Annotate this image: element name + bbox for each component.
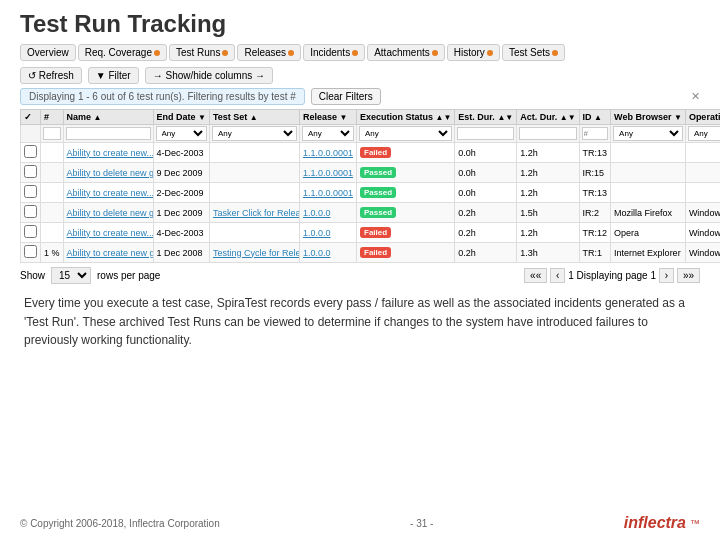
filter-button[interactable]: ▼ Filter xyxy=(88,67,139,84)
toolbar: ↺ Refresh ▼ Filter → Show/hide columns → xyxy=(20,67,700,84)
row-testset-link[interactable]: Tasker Click for Release 1.0 xyxy=(213,208,300,218)
tab-test-runs[interactable]: Test Runs xyxy=(169,44,235,61)
per-page-label: rows per page xyxy=(97,270,160,281)
next-page-button[interactable]: › xyxy=(659,268,674,283)
row-release: 1.0.0.0 xyxy=(299,203,356,223)
filter-test-set[interactable]: Any xyxy=(209,125,299,143)
row-name-link[interactable]: Ability to create new goo... xyxy=(67,248,154,258)
col-num[interactable]: # xyxy=(41,110,64,125)
row-os xyxy=(685,163,720,183)
row-release-link[interactable]: 1.0.0.0 xyxy=(303,208,331,218)
row-os: Windows Server 2003 xyxy=(685,223,720,243)
filter-date-select[interactable]: Any xyxy=(156,126,207,141)
row-checkbox-cell[interactable] xyxy=(21,143,41,163)
tab-attachments[interactable]: Attachments xyxy=(367,44,445,61)
col-test-set[interactable]: Test Set ▲ xyxy=(209,110,299,125)
row-release: 1.1.0.0.0001 xyxy=(299,163,356,183)
row-release-link[interactable]: 1.0.0.0 xyxy=(303,248,331,258)
refresh-button[interactable]: ↺ Refresh xyxy=(20,67,82,84)
filter-os-select[interactable]: Any xyxy=(688,126,720,141)
clear-filters-button[interactable]: Clear Filters xyxy=(311,88,381,105)
filter-testset-select[interactable]: Any xyxy=(212,126,297,141)
col-os[interactable]: Operating System ▲▼ xyxy=(685,110,720,125)
row-checkbox[interactable] xyxy=(24,225,37,238)
tab-req-coverage[interactable]: Req. Coverage xyxy=(78,44,167,61)
col-release[interactable]: Release ▼ xyxy=(299,110,356,125)
filter-est[interactable] xyxy=(455,125,517,143)
filter-os[interactable]: Any xyxy=(685,125,720,143)
tab-releases[interactable]: Releases xyxy=(237,44,301,61)
row-checkbox-cell[interactable] xyxy=(21,183,41,203)
row-name-link[interactable]: Ability to delete new goo... xyxy=(67,168,154,178)
filter-act-input[interactable] xyxy=(519,127,576,140)
row-checkbox-cell[interactable] xyxy=(21,223,41,243)
row-checkbox-cell[interactable] xyxy=(21,163,41,183)
filter-browser[interactable]: Any xyxy=(611,125,686,143)
filter-bar: Displaying 1 - 6 out of 6 test run(s). F… xyxy=(20,88,700,105)
prev-page-button[interactable]: ‹ xyxy=(550,268,565,283)
row-checkbox-cell[interactable] xyxy=(21,243,41,263)
filter-name[interactable] xyxy=(63,125,153,143)
show-hide-button[interactable]: → Show/hide columns → xyxy=(145,67,273,84)
row-name-link[interactable]: Ability to create new... xyxy=(67,188,154,198)
filter-id-input[interactable] xyxy=(582,127,609,140)
row-name-link[interactable]: Ability to create new... xyxy=(67,228,154,238)
filter-num-input[interactable] xyxy=(43,127,61,140)
row-release-link[interactable]: 1.1.0.0.0001 xyxy=(303,148,353,158)
filter-est-input[interactable] xyxy=(457,127,514,140)
col-est-dur[interactable]: Est. Dur. ▲▼ xyxy=(455,110,517,125)
filter-status-select[interactable]: Any xyxy=(359,126,452,141)
col-act-dur[interactable]: Act. Dur. ▲▼ xyxy=(517,110,579,125)
tab-dot4 xyxy=(352,50,358,56)
filter-name-input[interactable] xyxy=(66,127,151,140)
row-release-link[interactable]: 1.0.0.0 xyxy=(303,228,331,238)
logo-area: inflectra ™ xyxy=(624,514,700,532)
filter-id[interactable] xyxy=(579,125,611,143)
first-page-button[interactable]: «« xyxy=(524,268,547,283)
tab-history[interactable]: History xyxy=(447,44,500,61)
row-checkbox[interactable] xyxy=(24,145,37,158)
table-body: Ability to create new... 4-Dec-2003 1.1.… xyxy=(21,143,721,263)
col-end-date[interactable]: End Date ▼ xyxy=(153,110,209,125)
close-filter-icon[interactable]: ✕ xyxy=(691,90,700,103)
row-act-dur: 1.2h xyxy=(517,223,579,243)
last-page-button[interactable]: »» xyxy=(677,268,700,283)
row-checkbox[interactable] xyxy=(24,165,37,178)
row-os: Windows / xyxy=(685,203,720,223)
row-status-badge: Passed xyxy=(360,207,396,218)
col-status[interactable]: Execution Status ▲▼ xyxy=(357,110,455,125)
filter-browser-select[interactable]: Any xyxy=(613,126,683,141)
row-checkbox[interactable] xyxy=(24,185,37,198)
filter-act[interactable] xyxy=(517,125,579,143)
page-number: 1 Displaying page 1 xyxy=(568,270,659,281)
row-name: Ability to create new... xyxy=(63,143,153,163)
row-release-link[interactable]: 1.1.0.0.0001 xyxy=(303,168,353,178)
row-os xyxy=(685,183,720,203)
row-name-link[interactable]: Ability to create new... xyxy=(67,148,154,158)
tab-test-sets[interactable]: Test Sets xyxy=(502,44,565,61)
tab-history-label: History xyxy=(454,47,485,58)
row-est-dur: 0.0h xyxy=(455,163,517,183)
filter-num[interactable] xyxy=(41,125,64,143)
row-name-link[interactable]: Ability to delete new goo... xyxy=(67,208,154,218)
row-checkbox[interactable] xyxy=(24,245,37,258)
filter-release-select[interactable]: Any xyxy=(302,126,354,141)
table-row: Ability to create new... 2-Dec-2009 1.1.… xyxy=(21,183,721,203)
col-browser[interactable]: Web Browser ▼ xyxy=(611,110,686,125)
filter-status[interactable]: Any xyxy=(357,125,455,143)
tab-incidents[interactable]: Incidents xyxy=(303,44,365,61)
tab-overview[interactable]: Overview xyxy=(20,44,76,61)
row-name: Ability to delete new goo... xyxy=(63,203,153,223)
tab-dot7 xyxy=(552,50,558,56)
col-name[interactable]: Name ▲ xyxy=(63,110,153,125)
row-name: Ability to create new goo... xyxy=(63,243,153,263)
row-testset-link[interactable]: Testing Cycle for Release 1.0 xyxy=(213,248,300,258)
filter-release[interactable]: Any xyxy=(299,125,356,143)
page-number-footer: - 31 - xyxy=(410,518,433,529)
filter-end-date[interactable]: Any xyxy=(153,125,209,143)
row-release-link[interactable]: 1.1.0.0.0001 xyxy=(303,188,353,198)
col-id[interactable]: ID ▲ xyxy=(579,110,611,125)
row-checkbox[interactable] xyxy=(24,205,37,218)
row-checkbox-cell[interactable] xyxy=(21,203,41,223)
per-page-select[interactable]: 152550 xyxy=(51,267,91,284)
